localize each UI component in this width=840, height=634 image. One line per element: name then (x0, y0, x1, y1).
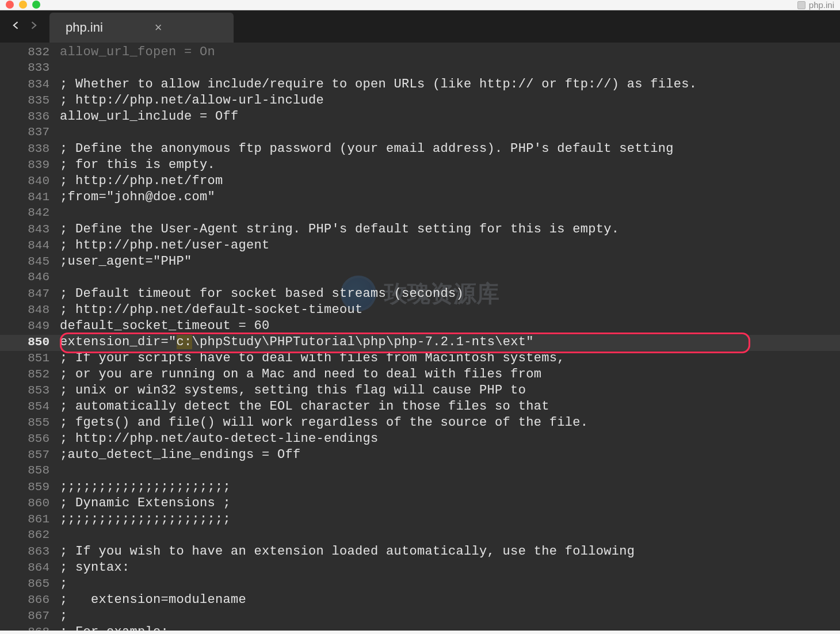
code-text: ; syntax: (60, 560, 130, 575)
code-line[interactable]: 853; unix or win32 systems, setting this… (0, 383, 840, 399)
code-text: allow_url_include = Off (60, 109, 239, 124)
tab-php-ini[interactable]: php.ini × (49, 13, 234, 43)
minimize-window-button[interactable] (19, 1, 27, 9)
code-line[interactable]: 844; http://php.net/user-agent (0, 238, 840, 254)
line-number: 849 (0, 319, 60, 333)
line-number: 855 (0, 416, 60, 429)
line-number: 864 (0, 561, 60, 574)
code-text: ; fgets() and file() will work regardles… (60, 415, 588, 430)
code-text: extension_dir="c:\phpStudy\PHPTutorial\p… (60, 335, 534, 349)
window-titlebar: php.ini (0, 0, 840, 10)
code-line[interactable]: 855; fgets() and file() will work regard… (0, 415, 840, 431)
code-text: ; http://php.net/auto-detect-line-ending… (60, 431, 379, 446)
code-line[interactable]: 845;user_agent="PHP" (0, 254, 840, 270)
code-line[interactable]: 839; for this is empty. (0, 158, 840, 174)
line-number: 862 (0, 528, 60, 541)
code-line[interactable]: 848; http://php.net/default-socket-timeo… (0, 303, 840, 319)
code-line[interactable]: 837 (0, 125, 840, 142)
code-text: ; Default timeout for socket based strea… (60, 287, 464, 301)
line-number: 841 (0, 190, 60, 204)
code-line[interactable]: 835; http://php.net/allow-url-include (0, 93, 840, 109)
code-text: ; http://php.net/user-agent (60, 238, 270, 253)
code-line[interactable]: 847; Default timeout for socket based st… (0, 287, 840, 303)
code-editor[interactable]: 玫瑰资源库 832allow_url_fopen = On833834; Whe… (0, 43, 840, 634)
code-text: ; Dynamic Extensions ; (60, 496, 231, 510)
code-text: ; unix or win32 systems, setting this fl… (60, 383, 526, 398)
code-line[interactable]: 841;from="john@doe.com" (0, 190, 840, 206)
code-line[interactable]: 846 (0, 270, 840, 287)
frame-edge (0, 631, 840, 634)
code-text: default_socket_timeout = 60 (60, 319, 270, 333)
code-line[interactable]: 861;;;;;;;;;;;;;;;;;;;;;; (0, 512, 840, 528)
code-text: ; for this is empty. (60, 158, 215, 172)
chevron-right-icon (28, 20, 39, 31)
code-text: ; Define the anonymous ftp password (you… (60, 142, 674, 156)
code-line[interactable]: 864; syntax: (0, 560, 840, 576)
line-number: 861 (0, 513, 60, 526)
code-text: ; automatically detect the EOL character… (60, 399, 549, 414)
code-text: ; Whether to allow include/require to op… (60, 77, 697, 91)
back-button[interactable] (10, 20, 22, 34)
code-line[interactable]: 840; http://php.net/from (0, 174, 840, 190)
code-text: ; extension=modulename (60, 593, 246, 607)
line-number: 853 (0, 384, 60, 397)
tab-close-button[interactable]: × (155, 20, 162, 35)
code-line[interactable]: 838; Define the anonymous ftp password (… (0, 142, 840, 158)
line-number: 845 (0, 255, 60, 268)
forward-button[interactable] (28, 20, 39, 34)
line-number: 854 (0, 400, 60, 413)
line-number: 840 (0, 174, 60, 188)
window-title-group: php.ini (797, 0, 834, 10)
code-line[interactable]: 860; Dynamic Extensions ; (0, 496, 840, 512)
line-number: 838 (0, 142, 60, 155)
code-line[interactable]: 850extension_dir="c:\phpStudy\PHPTutoria… (0, 335, 840, 351)
line-number: 859 (0, 480, 60, 494)
history-nav (0, 10, 49, 43)
code-line[interactable]: 832allow_url_fopen = On (0, 45, 840, 61)
close-window-button[interactable] (6, 1, 14, 9)
text-selection: c: (177, 335, 192, 349)
line-number: 833 (0, 61, 60, 74)
code-line[interactable]: 858 (0, 464, 840, 480)
code-line[interactable]: 854; automatically detect the EOL charac… (0, 399, 840, 415)
line-number: 858 (0, 464, 60, 477)
code-text: ; http://php.net/default-socket-timeout (60, 303, 363, 317)
code-line[interactable]: 834; Whether to allow include/require to… (0, 77, 840, 93)
chevron-left-icon (10, 20, 22, 31)
code-line[interactable]: 857;auto_detect_line_endings = Off (0, 448, 840, 464)
line-number: 836 (0, 110, 60, 123)
code-line[interactable]: 842 (0, 206, 840, 222)
code-text: ; If your scripts have to deal with file… (60, 351, 565, 365)
code-line[interactable]: 863; If you wish to have an extension lo… (0, 544, 840, 560)
zoom-window-button[interactable] (32, 1, 40, 9)
code-line[interactable]: 833 (0, 61, 840, 77)
code-line[interactable]: 865; (0, 576, 840, 593)
line-number: 866 (0, 593, 60, 606)
line-number: 852 (0, 368, 60, 381)
code-line[interactable]: 866; extension=modulename (0, 593, 840, 609)
code-text: ;;;;;;;;;;;;;;;;;;;;;; (60, 480, 231, 494)
line-number: 834 (0, 78, 60, 91)
line-number: 863 (0, 545, 60, 558)
code-line[interactable]: 843; Define the User-Agent string. PHP's… (0, 222, 840, 238)
code-text: ;auto_detect_line_endings = Off (60, 448, 301, 462)
code-line[interactable]: 836allow_url_include = Off (0, 109, 840, 125)
code-line[interactable]: 859;;;;;;;;;;;;;;;;;;;;;; (0, 480, 840, 496)
code-line[interactable]: 856; http://php.net/auto-detect-line-end… (0, 431, 840, 448)
line-number: 846 (0, 270, 60, 284)
code-line[interactable]: 867; (0, 609, 840, 625)
code-line[interactable]: 862 (0, 528, 840, 544)
editor-toolbar: php.ini × (0, 10, 840, 43)
code-line[interactable]: 849default_socket_timeout = 60 (0, 319, 840, 335)
code-text: ; (60, 609, 68, 623)
tab-title: php.ini (66, 20, 103, 35)
line-number: 865 (0, 577, 60, 590)
code-text: allow_url_fopen = On (60, 45, 215, 59)
file-icon (797, 1, 805, 9)
line-number: 847 (0, 287, 60, 300)
code-line[interactable]: 852; or you are running on a Mac and nee… (0, 367, 840, 383)
window-title: php.ini (809, 0, 834, 10)
code-lines[interactable]: 832allow_url_fopen = On833834; Whether t… (0, 43, 840, 634)
code-text: ;;;;;;;;;;;;;;;;;;;;;; (60, 512, 231, 526)
code-line[interactable]: 851; If your scripts have to deal with f… (0, 351, 840, 367)
